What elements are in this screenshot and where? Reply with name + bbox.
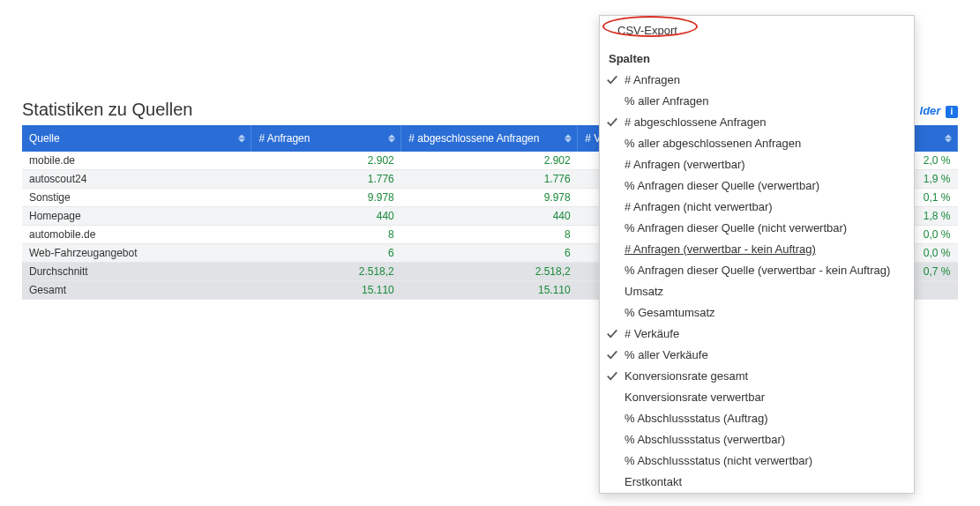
column-toggle-item[interactable]: % Anfragen dieser Quelle (nicht verwertb… [600,218,914,239]
cell-abgeschlossen: 2.518,2 [401,263,578,281]
fields-config-link[interactable]: lder i [920,104,958,118]
column-toggle-item[interactable]: % aller Anfragen [600,91,914,112]
cell-abgeschlossen: 440 [401,207,578,226]
column-toggle-item[interactable]: # abgeschlossene Anfragen [600,112,914,133]
cell-quelle: automobile.de [22,226,251,244]
cell-quelle: Web-Fahrzeugangebot [22,244,251,263]
column-toggle-item[interactable]: % aller Verkäufe [600,345,914,366]
check-icon [606,328,618,340]
column-dropdown: CSV-Export Spalten # Anfragen% aller Anf… [599,15,915,494]
check-icon [606,349,618,361]
col-header-quelle[interactable]: Quelle [22,125,251,152]
column-toggle-item[interactable]: # Verkäufe [600,324,914,345]
column-toggle-label: % Abschlussstatus (verwertbar) [625,432,785,448]
column-toggle-label: Konversionsrate gesamt [625,368,748,384]
cell-anfragen: 440 [251,207,401,226]
cell-anfragen: 15.110 [251,281,401,300]
column-toggle-label: # Anfragen (nicht verwertbar) [625,199,773,215]
column-toggle-item[interactable]: # Anfragen (nicht verwertbar) [600,197,914,218]
sort-icon [238,135,245,143]
sort-icon [388,135,395,143]
cell-anfragen: 6 [251,244,401,263]
column-toggle-item[interactable]: % Anfragen dieser Quelle (verwertbar) [600,175,914,197]
cell-quelle: mobile.de [22,152,251,170]
column-toggle-label: # Anfragen [625,72,680,88]
column-toggle-item[interactable]: Erstkontakt [600,472,914,493]
column-toggle-item[interactable]: % Abschlussstatus (nicht verwertbar) [600,450,914,472]
sort-icon [565,135,572,143]
col-header-abgeschlossen[interactable]: # abgeschlossene Anfragen [401,125,578,152]
check-icon [606,74,618,86]
col-header-abgeschlossen-label: # abgeschlossene Anfragen [408,132,539,145]
column-toggle-item[interactable]: Konversionsrate verwertbar [600,387,914,408]
columns-header: Spalten [600,46,914,70]
cell-abgeschlossen: 15.110 [401,281,578,300]
cell-quelle: autoscout24 [22,170,251,189]
column-toggle-label: # Verkäufe [625,326,679,342]
check-icon [606,116,618,129]
sort-icon [945,135,952,143]
csv-export-item[interactable]: CSV-Export [600,16,914,46]
columns-header-label: Spalten [609,51,650,67]
column-toggle-label: % Abschlussstatus (Auftrag) [625,411,768,427]
column-toggle-item[interactable]: # Anfragen [600,70,914,91]
col-header-quelle-label: Quelle [29,132,60,145]
cell-quelle: Sonstige [22,189,251,207]
column-toggle-item[interactable]: % Abschlussstatus (Auftrag) [600,408,914,429]
column-toggle-label: % Abschlussstatus (nicht verwertbar) [625,453,812,469]
cell-abgeschlossen: 9.978 [401,189,578,207]
column-toggle-label: % Gesamtumsatz [625,305,715,321]
cell-anfragen: 9.978 [251,189,401,207]
column-toggle-item[interactable]: # Anfragen (verwertbar - kein Auftrag) [600,239,914,260]
column-toggle-label: # Anfragen (verwertbar - kein Auftrag) [625,242,816,257]
column-toggle-item[interactable]: % Anfragen dieser Quelle (verwertbar - k… [600,260,914,281]
column-toggle-label: Konversionsrate verwertbar [625,390,765,406]
info-icon: i [946,106,958,118]
csv-export-label: CSV-Export [617,23,677,39]
column-toggle-label: # abgeschlossene Anfragen [625,115,766,130]
col-header-anfragen-label: # Anfragen [258,132,310,145]
page-title: Statistiken zu Quellen [22,100,192,120]
column-toggle-item[interactable]: % aller abgeschlossenen Anfragen [600,133,914,154]
cell-abgeschlossen: 8 [401,226,578,244]
column-toggle-label: Erstkontakt [625,474,682,490]
column-toggle-label: Umsatz [625,284,663,300]
column-toggle-label: % Anfragen dieser Quelle (verwertbar) [625,178,819,194]
cell-anfragen: 2.902 [251,152,401,170]
column-toggle-label: % aller abgeschlossenen Anfragen [625,136,801,152]
cell-quelle: Durchschnitt [22,263,251,281]
cell-abgeschlossen: 2.902 [401,152,578,170]
column-toggle-label: % aller Verkäufe [625,347,708,363]
cell-abgeschlossen: 1.776 [401,170,578,189]
check-icon [606,370,618,383]
cell-quelle: Gesamt [22,281,251,300]
column-toggle-label: % Anfragen dieser Quelle (nicht verwertb… [625,220,847,236]
column-toggle-item[interactable]: % Abschlussstatus (verwertbar) [600,429,914,450]
column-toggle-label: % Anfragen dieser Quelle (verwertbar - k… [625,263,890,279]
fields-config-label: lder [920,104,941,117]
cell-anfragen: 8 [251,226,401,244]
cell-anfragen: 2.518,2 [251,263,401,281]
column-toggle-item[interactable]: % Gesamtumsatz [600,302,914,324]
cell-anfragen: 1.776 [251,170,401,189]
column-toggle-label: % aller Anfragen [625,93,708,109]
column-toggle-item[interactable]: Konversionsrate gesamt [600,366,914,387]
cell-quelle: Homepage [22,207,251,226]
cell-abgeschlossen: 6 [401,244,578,263]
column-toggle-label: # Anfragen (verwertbar) [625,157,745,173]
column-toggle-item[interactable]: Umsatz [600,281,914,302]
column-toggle-item[interactable]: # Anfragen (verwertbar) [600,154,914,175]
col-header-anfragen[interactable]: # Anfragen [251,125,401,152]
